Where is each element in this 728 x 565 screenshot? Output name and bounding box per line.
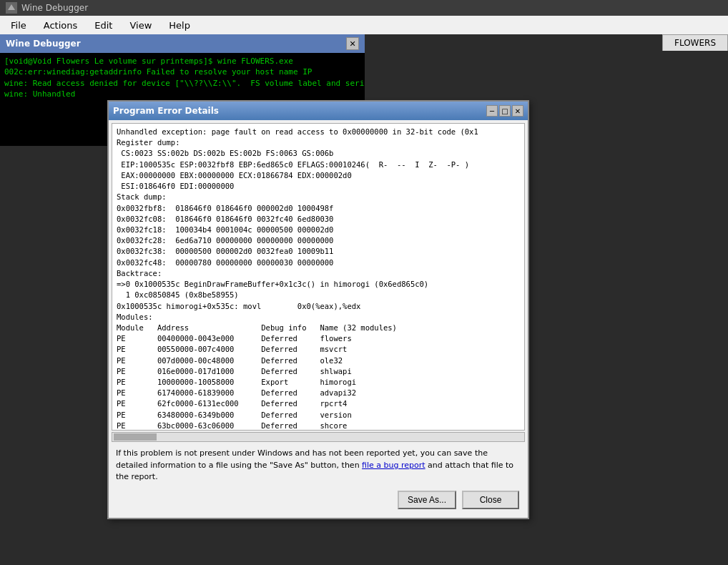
error-dialog-titlebar: Program Error Details ─ □ ✕ [109, 102, 528, 120]
menu-bar: File Actions Edit View Help [0, 16, 728, 34]
terminal-line-2: 002c:err:winediag:getaddrinfo Failed to … [4, 67, 360, 77]
terminal-line-1: [void@Void Flowers Le volume sur printem… [4, 56, 360, 67]
menu-actions[interactable]: Actions [36, 18, 86, 33]
close-button[interactable]: Close [462, 491, 519, 509]
error-dialog-maximize[interactable]: □ [499, 105, 511, 117]
menu-edit[interactable]: Edit [87, 18, 120, 33]
error-dialog: Program Error Details ─ □ ✕ Unhandled ex… [107, 100, 529, 519]
flowers-tab[interactable]: FLOWERS [662, 34, 728, 51]
error-horizontal-scrollbar[interactable] [112, 432, 525, 442]
error-dialog-close[interactable]: ✕ [512, 105, 523, 117]
top-bar: Wine Debugger [0, 0, 728, 16]
error-pre: Unhandled exception: page fault on read … [117, 127, 520, 431]
menu-file[interactable]: File [3, 18, 34, 33]
error-dialog-buttons: Save As... Close [112, 486, 525, 515]
terminal-line-4: wine: Unhandled [4, 89, 360, 99]
error-dialog-controls: ─ □ ✕ [486, 105, 523, 117]
wine-debugger-title: Wine Debugger [6, 39, 81, 49]
top-bar-left: Wine Debugger [6, 2, 88, 14]
error-text-content[interactable]: Unhandled exception: page fault on read … [112, 123, 525, 431]
error-dialog-body: Unhandled exception: page fault on read … [109, 120, 528, 518]
menu-help[interactable]: Help [161, 18, 198, 33]
top-bar-title: Wine Debugger [21, 3, 88, 13]
error-bug-report-link[interactable]: file a bug report [362, 461, 426, 470]
flowers-tab-label: FLOWERS [674, 38, 716, 48]
save-as-button[interactable]: Save As... [398, 491, 456, 509]
error-scroll-thumb [114, 433, 157, 441]
wine-icon [6, 2, 17, 14]
error-dialog-minimize[interactable]: ─ [486, 105, 498, 117]
wine-debugger-close-button[interactable]: ✕ [346, 37, 359, 50]
error-footer-text: If this problem is not present under Win… [112, 442, 525, 486]
terminal-line-3: wine: Read access denied for device ["\\… [4, 78, 360, 89]
wine-debugger-titlebar: Wine Debugger ✕ [0, 34, 365, 53]
error-dialog-title: Program Error Details [113, 106, 219, 116]
menu-view[interactable]: View [122, 18, 159, 33]
